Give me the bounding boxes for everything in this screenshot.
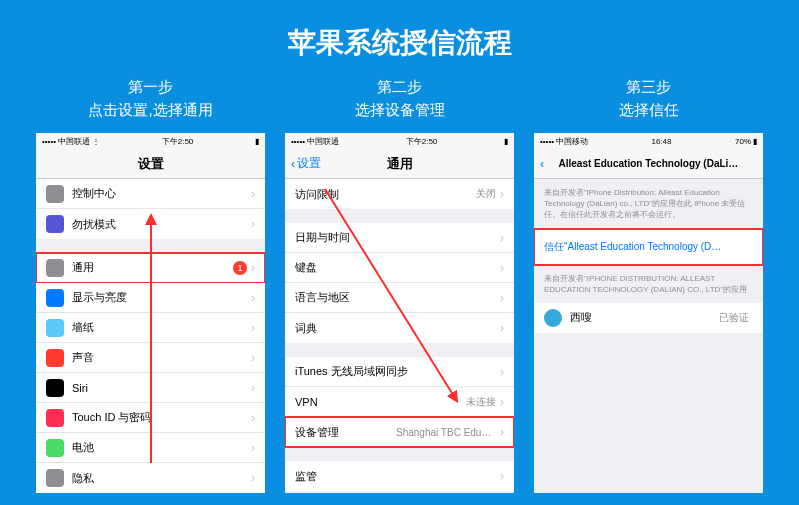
back-button[interactable]: ‹	[540, 157, 544, 171]
row-label: 墙纸	[72, 320, 251, 335]
status-bar: ••••• 中国联通 下午2:50 ▮	[285, 133, 514, 149]
carrier-label: 中国联通	[307, 136, 339, 147]
nav-bar: ‹ Alleast Education Technology (DaLia…	[534, 149, 763, 179]
row-language[interactable]: 语言与地区 ›	[285, 283, 514, 313]
row-label: 显示与亮度	[72, 290, 251, 305]
row-datetime[interactable]: 日期与时间 ›	[285, 223, 514, 253]
developer-note-1: 来自开发者"iPhone Distribution: Alleast Educa…	[534, 179, 763, 229]
row-label: 隐私	[72, 471, 251, 486]
step-3: 第三步 选择信任 ••••• 中国移动 16:48 70% ▮ ‹ Alleas…	[534, 76, 763, 493]
chevron-right-icon: ›	[251, 261, 255, 275]
chevron-right-icon: ›	[251, 471, 255, 485]
row-siri[interactable]: Siri ›	[36, 373, 265, 403]
row-label: iTunes 无线局域网同步	[295, 364, 500, 379]
moon-icon	[46, 215, 64, 233]
row-battery[interactable]: 电池 ›	[36, 433, 265, 463]
row-dictionary[interactable]: 词典 ›	[285, 313, 514, 343]
step-1-num: 第一步	[88, 76, 212, 99]
row-display[interactable]: 显示与亮度 ›	[36, 283, 265, 313]
nav-title: 通用	[387, 155, 413, 173]
row-restrictions[interactable]: 访问限制 关闭 ›	[285, 179, 514, 209]
row-vpn[interactable]: VPN 未连接 ›	[285, 387, 514, 417]
step-3-desc: 选择信任	[619, 99, 679, 122]
status-bar: ••••• 中国移动 16:48 70% ▮	[534, 133, 763, 149]
battery-icon: ▮	[504, 137, 508, 146]
row-wallpaper[interactable]: 墙纸 ›	[36, 313, 265, 343]
row-dnd[interactable]: 勿扰模式 ›	[36, 209, 265, 239]
row-label: 日期与时间	[295, 230, 500, 245]
row-privacy[interactable]: 隐私 ›	[36, 463, 265, 493]
row-device-mgmt[interactable]: 设备管理 Shanghai TBC Education Dev… ›	[285, 417, 514, 447]
row-label: 设备管理	[295, 425, 396, 440]
battery-pct: 70%	[735, 137, 751, 146]
row-sound[interactable]: 声音 ›	[36, 343, 265, 373]
row-touchid[interactable]: Touch ID 与密码 ›	[36, 403, 265, 433]
chevron-right-icon: ›	[500, 395, 504, 409]
row-value: Shanghai TBC Education Dev…	[396, 427, 496, 438]
sound-icon	[46, 349, 64, 367]
back-label: 设置	[297, 155, 321, 172]
chevron-right-icon: ›	[500, 469, 504, 483]
row-itunes-wifi[interactable]: iTunes 无线局域网同步 ›	[285, 357, 514, 387]
row-label: 勿扰模式	[72, 217, 251, 232]
app-icon	[544, 309, 562, 327]
row-label: 控制中心	[72, 186, 251, 201]
chevron-right-icon: ›	[251, 411, 255, 425]
page-title: 苹果系统授信流程	[0, 0, 799, 76]
step-2-num: 第二步	[355, 76, 445, 99]
row-label: 访问限制	[295, 187, 476, 202]
chevron-right-icon: ›	[500, 425, 504, 439]
row-label: 电池	[72, 440, 251, 455]
chevron-right-icon: ›	[500, 187, 504, 201]
row-control-center[interactable]: 控制中心 ›	[36, 179, 265, 209]
row-general[interactable]: 通用 1 ›	[36, 253, 265, 283]
row-label: Touch ID 与密码	[72, 410, 251, 425]
nav-bar: ‹ 设置 通用	[285, 149, 514, 179]
chevron-right-icon: ›	[251, 351, 255, 365]
chevron-right-icon: ›	[251, 381, 255, 395]
control-center-icon	[46, 185, 64, 203]
step-3-head: 第三步 选择信任	[619, 76, 679, 121]
carrier-label: 中国联通	[58, 136, 90, 147]
chevron-right-icon: ›	[500, 291, 504, 305]
battery-icon: ▮	[753, 137, 757, 146]
row-keyboard[interactable]: 键盘 ›	[285, 253, 514, 283]
row-label: 声音	[72, 350, 251, 365]
battery-icon: ▮	[255, 137, 259, 146]
row-value: 关闭	[476, 187, 496, 201]
status-time: 下午2:50	[406, 136, 438, 147]
fingerprint-icon	[46, 409, 64, 427]
row-value: 未连接	[466, 395, 496, 409]
gear-icon	[46, 259, 64, 277]
row-label: Siri	[72, 382, 251, 394]
nav-bar: 设置	[36, 149, 265, 179]
status-bar: ••••• 中国联通 ⋮ 下午2:50 ▮	[36, 133, 265, 149]
chevron-left-icon: ‹	[540, 157, 544, 171]
chevron-right-icon: ›	[251, 217, 255, 231]
chevron-right-icon: ›	[500, 231, 504, 245]
chevron-right-icon: ›	[251, 187, 255, 201]
phone-3: ••••• 中国移动 16:48 70% ▮ ‹ Alleast Educati…	[534, 133, 763, 493]
wallpaper-icon	[46, 319, 64, 337]
signal-dots-icon: •••••	[540, 137, 554, 146]
back-button[interactable]: ‹ 设置	[291, 155, 321, 172]
battery-icon	[46, 439, 64, 457]
step-1: 第一步 点击设置,选择通用 ••••• 中国联通 ⋮ 下午2:50 ▮ 设置 控…	[36, 76, 265, 493]
step-1-desc: 点击设置,选择通用	[88, 99, 212, 122]
step-2-desc: 选择设备管理	[355, 99, 445, 122]
trust-developer-button[interactable]: 信任"Alleast Education Technology (D…	[534, 229, 763, 265]
hand-icon	[46, 469, 64, 487]
nav-title: Alleast Education Technology (DaLia…	[559, 158, 739, 169]
row-label: 词典	[295, 321, 500, 336]
chevron-right-icon: ›	[251, 321, 255, 335]
nav-title: 设置	[138, 155, 164, 173]
row-label: 语言与地区	[295, 290, 500, 305]
chevron-right-icon: ›	[500, 365, 504, 379]
steps-row: 第一步 点击设置,选择通用 ••••• 中国联通 ⋮ 下午2:50 ▮ 设置 控…	[0, 76, 799, 493]
row-regulatory[interactable]: 监管 ›	[285, 461, 514, 491]
row-app[interactable]: 西嗖 已验证	[534, 303, 763, 333]
developer-note-2: 来自开发者"IPHONE DISTRIBUTION: ALLEAST EDUCA…	[534, 265, 763, 303]
chevron-right-icon: ›	[251, 291, 255, 305]
phone-1: ••••• 中国联通 ⋮ 下午2:50 ▮ 设置 控制中心 › 勿扰模式 ›	[36, 133, 265, 493]
badge-count: 1	[233, 261, 247, 275]
